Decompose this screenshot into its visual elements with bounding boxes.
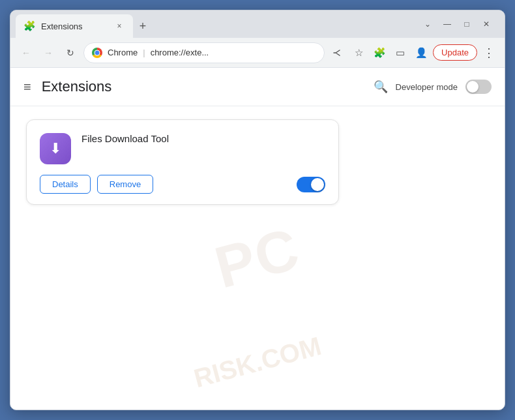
tab-puzzle-icon: 🧩	[23, 20, 36, 32]
forward-icon: →	[44, 48, 53, 58]
back-button[interactable]: ←	[17, 44, 35, 62]
chevron-down-button[interactable]: ⌄	[420, 16, 435, 32]
tab-title: Extensions	[41, 22, 108, 31]
active-tab[interactable]: 🧩 Extensions ×	[16, 14, 133, 38]
chrome-logo-icon	[92, 48, 102, 58]
tab-area: 🧩 Extensions × +	[16, 10, 415, 38]
remove-button[interactable]: Remove	[97, 175, 153, 194]
extensions-button[interactable]: 🧩	[370, 44, 389, 62]
title-bar: 🧩 Extensions × + ⌄ — □ ✕	[10, 10, 505, 38]
extension-card: ⬇ Files Download Tool Details Remove	[26, 119, 339, 205]
toolbar-icons: ☆ 🧩 ▭ 👤 Update ⋮	[329, 44, 498, 62]
watermark-pc: PC	[208, 215, 306, 301]
address-url: chrome://exte...	[151, 48, 209, 57]
puzzle-icon: 🧩	[374, 47, 386, 59]
share-button[interactable]	[329, 44, 347, 62]
header-right: 🔍 Developer mode	[374, 80, 492, 94]
minimize-button[interactable]: —	[439, 16, 455, 32]
download-arrow-icon: ⬇	[50, 140, 61, 157]
page-title: Extensions	[42, 78, 374, 95]
extension-enabled-toggle[interactable]	[297, 177, 325, 192]
update-button[interactable]: Update	[433, 44, 477, 61]
window-controls: ⌄ — □ ✕	[415, 10, 499, 38]
hamburger-menu-button[interactable]: ≡	[23, 80, 31, 95]
new-tab-button[interactable]: +	[133, 14, 153, 38]
developer-mode-label: Developer mode	[396, 82, 458, 92]
star-icon: ☆	[355, 47, 363, 59]
profile-button[interactable]: 👤	[412, 44, 430, 62]
back-icon: ←	[22, 48, 31, 58]
reload-button[interactable]: ↻	[61, 44, 80, 62]
browser-toolbar: ← → ↻ Chrome | chrome://exte... ☆ 🧩 ▭	[10, 38, 505, 68]
developer-mode-toggle[interactable]	[465, 80, 492, 94]
chrome-brand-label: Chrome	[108, 48, 138, 57]
browser-menu-button[interactable]: ⋮	[480, 44, 498, 62]
sidebar-icon: ▭	[396, 47, 405, 59]
search-icon[interactable]: 🔍	[374, 80, 388, 94]
bookmark-button[interactable]: ☆	[349, 44, 368, 62]
browser-window: 🧩 Extensions × + ⌄ — □ ✕ ← → ↻ Chrome | …	[10, 10, 505, 410]
extensions-list: PC RISK.COM ⬇ Files Download Tool Detail…	[10, 106, 505, 410]
maximize-button[interactable]: □	[459, 16, 475, 32]
extension-info: Files Download Tool	[81, 133, 325, 147]
page-content: ≡ Extensions 🔍 Developer mode PC RISK.CO…	[10, 68, 505, 410]
extension-icon: ⬇	[40, 133, 71, 164]
card-bottom: Details Remove	[40, 175, 325, 194]
reload-icon: ↻	[66, 48, 74, 58]
watermark-risk: RISK.COM	[191, 331, 325, 393]
extension-name: Files Download Tool	[81, 133, 325, 144]
profile-icon: 👤	[415, 47, 428, 59]
forward-button[interactable]: →	[39, 44, 57, 62]
address-bar[interactable]: Chrome | chrome://exte...	[83, 42, 325, 63]
details-button[interactable]: Details	[40, 175, 91, 194]
extensions-header: ≡ Extensions 🔍 Developer mode	[10, 68, 505, 106]
sidebar-button[interactable]: ▭	[391, 44, 409, 62]
card-top: ⬇ Files Download Tool	[40, 133, 325, 164]
address-separator: |	[143, 48, 145, 57]
close-button[interactable]: ✕	[478, 16, 494, 32]
tab-close-button[interactable]: ×	[113, 20, 125, 32]
